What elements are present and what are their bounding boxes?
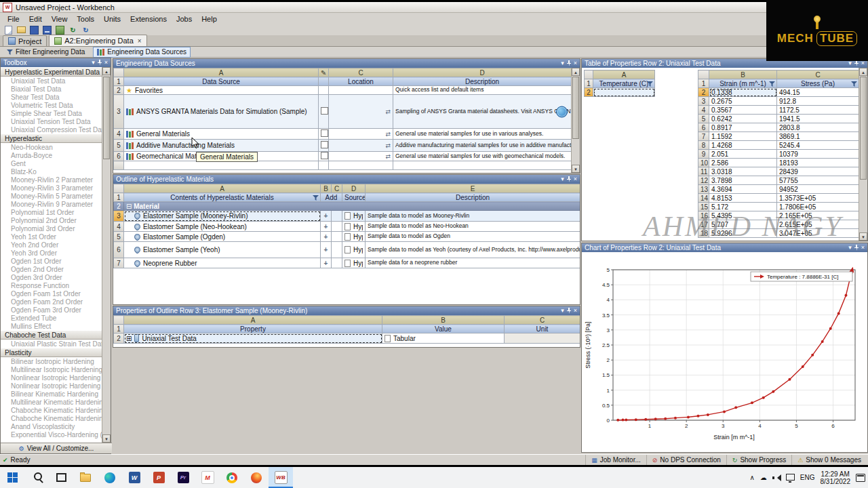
volume-icon[interactable] (772, 474, 781, 481)
language-indicator[interactable]: ENG (800, 474, 815, 481)
menu-tools[interactable]: Tools (72, 14, 99, 24)
scrollbar-thumb[interactable] (572, 77, 579, 139)
toolbox-item[interactable]: Uniaxial Tension Test Data (1, 117, 102, 125)
menu-extensions[interactable]: Extensions (125, 14, 172, 24)
tab-a2-engineering-data[interactable]: A2:Engineering Data× (49, 35, 146, 46)
material-name-cell[interactable]: Elastomer Sample (Mooney-Rivlin) (124, 211, 321, 222)
stress-cell[interactable]: 5245.4 (777, 141, 859, 150)
toolbox-item[interactable]: Mooney-Rivlin 2 Parameter (1, 176, 102, 184)
stress-cell[interactable]: 1.7806E+05 (777, 203, 859, 211)
toolbox-item[interactable]: Bilinear Isotropic Hardening (1, 357, 102, 365)
chevron-down-icon[interactable]: ▾ (848, 60, 852, 66)
pin-icon[interactable] (97, 60, 102, 66)
toolbox-item[interactable]: Extended Tube (1, 314, 102, 322)
add-cell[interactable]: + (321, 242, 332, 258)
task-view-icon[interactable] (49, 467, 73, 488)
scroll-down-icon[interactable]: ▼ (102, 434, 111, 443)
toolbox-section-2[interactable]: Hyperelastic (1, 134, 102, 143)
toolbox-item[interactable]: Ogden 1st Order (1, 257, 102, 265)
toolbox-item[interactable]: Ogden Foam 3rd Order (1, 306, 102, 314)
workbench-icon[interactable]: WB (269, 467, 293, 488)
close-icon[interactable]: × (861, 245, 865, 251)
add-cell[interactable]: + (321, 222, 332, 232)
toolbox-item[interactable]: Bilinear Kinematic Hardening (1, 390, 102, 398)
engineering-data-sources-button[interactable]: Engineering Data Sources (93, 47, 191, 58)
toolbox-item[interactable]: Polynomial 1st Order (1, 208, 102, 216)
edge-icon[interactable] (98, 467, 122, 488)
chevron-down-icon[interactable]: ▾ (561, 308, 564, 314)
strain-cell[interactable]: 4.3694 (709, 185, 777, 194)
add-icon[interactable]: + (324, 212, 328, 220)
mail-icon[interactable]: M (195, 467, 220, 488)
toolbox-item[interactable]: Chaboche Kinematic Hardening (1, 406, 102, 414)
toolbox-item[interactable]: Nonlinear Isotropic Hardening Po (1, 373, 102, 382)
refresh-icon[interactable]: ↻ (68, 25, 78, 35)
add-icon[interactable]: + (324, 233, 328, 241)
menu-view[interactable]: View (47, 14, 73, 24)
filter-engineering-data-button[interactable]: Filter Engineering Data (3, 47, 89, 58)
scroll-down-icon[interactable]: ▼ (572, 165, 580, 173)
data-sources-scrollbar[interactable]: ▲ ▼ (571, 68, 580, 173)
strain-cell[interactable]: 2.586 (709, 159, 777, 167)
sync-icon[interactable]: ⇄ (385, 131, 391, 138)
menu-help[interactable]: Help (197, 14, 222, 24)
value-cell[interactable]: Tabular (382, 333, 505, 344)
add-icon[interactable]: + (324, 246, 328, 253)
source-cell[interactable]: Hyp (342, 258, 366, 268)
checkbox[interactable] (321, 107, 328, 115)
checkbox[interactable] (321, 152, 328, 159)
toolbox-item[interactable]: Anand Viscoplasticity (1, 422, 102, 430)
stress-cell[interactable]: 3.047E+05 (777, 229, 859, 238)
close-icon[interactable]: × (104, 60, 108, 66)
expand-icon[interactable]: ⊞ (126, 335, 132, 342)
strain-cell[interactable]: 5.172 (709, 203, 777, 211)
stress-cell[interactable]: 1172.5 (777, 106, 859, 115)
sync-icon[interactable]: ⇄ (385, 108, 391, 115)
toolbox-item[interactable]: Polynomial 3rd Order (1, 224, 102, 232)
dps-connection-button[interactable]: ⊘No DPS Connection (646, 455, 726, 465)
toolbox-item[interactable]: Yeoh 2nd Order (1, 241, 102, 249)
stress-cell[interactable]: 10379 (777, 150, 859, 159)
stress-cell[interactable]: 3869.1 (777, 132, 859, 141)
add-cell[interactable]: + (321, 258, 332, 268)
close-icon[interactable]: × (574, 60, 577, 66)
scrollbar-thumb[interactable] (860, 77, 867, 180)
strain-cell[interactable]: 3.7898 (709, 176, 777, 185)
stress-cell[interactable]: 912.8 (777, 97, 859, 106)
data-source-cell[interactable]: ★Favorites (124, 86, 319, 95)
checkbox[interactable] (321, 129, 328, 137)
scroll-up-icon[interactable]: ▲ (859, 68, 867, 76)
scroll-down-icon[interactable]: ▼ (859, 232, 867, 241)
firefox-icon[interactable] (244, 467, 269, 488)
toolbox-item[interactable]: Response Function (1, 281, 102, 289)
toolbox-item[interactable]: Gent (1, 159, 102, 167)
strain-cell[interactable]: 0.2675 (709, 97, 777, 106)
powerpoint-icon[interactable]: P (146, 467, 171, 488)
toolbox-item[interactable]: Ogden Foam 1st Order (1, 289, 102, 298)
strain-cell[interactable]: 1.4268 (709, 141, 777, 150)
start-icon[interactable] (0, 467, 24, 488)
material-name-cell[interactable]: Neoprene Rubber (124, 258, 321, 268)
add-icon[interactable]: + (324, 260, 328, 267)
location-cell[interactable]: ⇄ (329, 140, 393, 152)
close-icon[interactable]: × (861, 60, 865, 66)
source-cell[interactable]: Hyp (342, 242, 366, 258)
sync-icon[interactable]: ⇄ (385, 153, 391, 160)
chevron-down-icon[interactable]: ▾ (561, 60, 564, 66)
strain-cell[interactable]: 0.6242 (709, 115, 777, 123)
toolbox-item[interactable]: Blatz-Ko (1, 167, 102, 176)
toolbox-item[interactable]: Uniaxial Compression Test Data (1, 125, 102, 134)
edit-cell[interactable] (319, 152, 329, 161)
menu-jobs[interactable]: Jobs (172, 14, 197, 24)
chevron-down-icon[interactable]: ▾ (92, 60, 95, 66)
toolbox-section-3[interactable]: Chaboche Test Data (1, 330, 102, 340)
source-cell[interactable]: Hyp (342, 232, 366, 242)
toolbox-item[interactable]: Mooney-Rivlin 5 Parameter (1, 192, 102, 200)
strain-cell[interactable]: 4.8153 (709, 194, 777, 203)
material-group-row[interactable]: 2⊟ Material (114, 202, 580, 211)
stress-cell[interactable]: 494.15 (777, 88, 859, 97)
material-name-cell[interactable]: Elastomer Sample (Yeoh) (124, 242, 321, 258)
toolbox-item[interactable]: Mooney-Rivlin 3 Parameter (1, 184, 102, 192)
strain-cell[interactable]: 5.707 (709, 220, 777, 229)
menu-units[interactable]: Units (99, 14, 125, 24)
